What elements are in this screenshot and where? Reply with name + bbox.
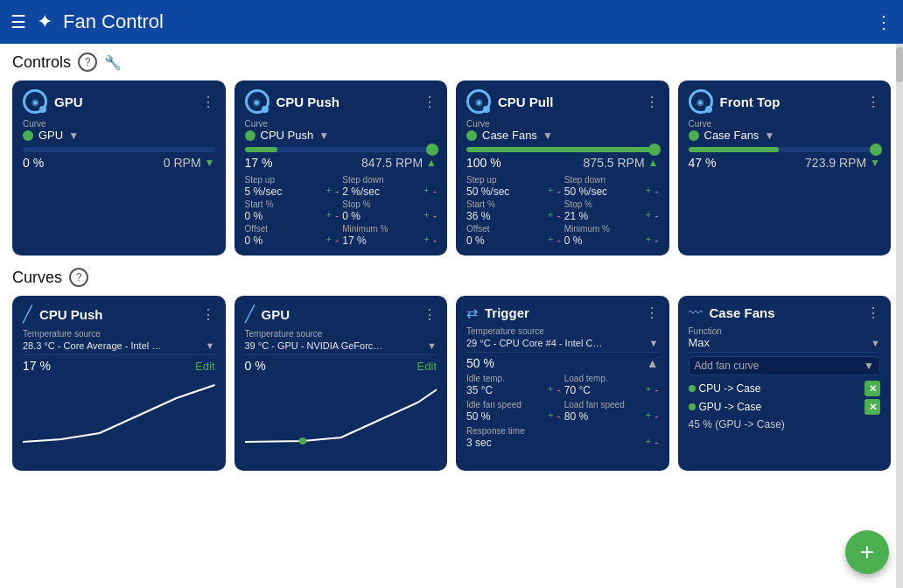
trigger-response-plus[interactable]: + (646, 436, 651, 449)
add-fab-button[interactable]: + (845, 530, 889, 574)
cpu-push-curve-label: Curve (245, 119, 438, 129)
cpu-push-offset-minus[interactable]: - (335, 234, 339, 247)
front-top-slider-track[interactable] (689, 147, 881, 152)
gpu-temp-dropdown[interactable]: ▼ (427, 340, 437, 351)
trigger-temp-dropdown[interactable]: ▼ (649, 338, 659, 348)
gpu-temp-source-val: 39 °C - GPU - NVIDIA GeForce GT) ▼ (245, 340, 438, 355)
gpu-dropdown-icon[interactable]: ▼ (68, 130, 79, 142)
cpu-push-min-plus[interactable]: + (424, 234, 429, 247)
cpu-push-curve-edit-btn[interactable]: Edit (195, 360, 214, 373)
case-fans-function-dropdown[interactable]: ▼ (871, 338, 880, 348)
cpu-push-stepup-val: 5 %/sec + - (245, 185, 340, 198)
cpu-push-stepup-plus[interactable]: + (326, 185, 331, 198)
controls-help-icon[interactable]: ? (78, 52, 97, 72)
header: ☰ ✦ Fan Control ⋮ (0, 0, 903, 44)
trigger-curve-icon: ⇄ (466, 304, 478, 321)
cpu-pull-offset-minus[interactable]: - (556, 234, 560, 247)
cpu-push-start-val: 0 % + - (245, 209, 340, 222)
header-more-icon[interactable]: ⋮ (875, 11, 892, 32)
cpu-push-slider-track[interactable] (245, 147, 438, 152)
cpu-push-card-title: CPU Push (276, 94, 340, 109)
cpu-case-radio (689, 385, 696, 392)
gpu-slider-track[interactable] (23, 147, 215, 152)
cpu-pull-start-val: 36 % + - (466, 209, 561, 222)
cpu-push-stepup-minus[interactable]: - (335, 185, 339, 198)
front-top-more-icon[interactable]: ⋮ (866, 94, 880, 110)
front-top-slider-thumb (870, 144, 882, 156)
curves-help-icon[interactable]: ? (69, 268, 88, 287)
cpu-push-min-minus[interactable]: - (433, 234, 437, 247)
trigger-idle-temp-val: 35 °C + - (466, 383, 561, 396)
fan-entry-cpu-case: CPU -> Case ✕ (689, 381, 881, 396)
trigger-idle-temp-plus[interactable]: + (548, 383, 553, 396)
control-card-cpu-pull: ◉ CPU Pull ⋮ Curve Case Fans ▼ (456, 80, 669, 256)
cpu-pull-stop-minus[interactable]: - (654, 209, 658, 222)
cpu-pull-start-plus[interactable]: + (548, 209, 553, 222)
cpu-pull-stepdown-plus[interactable]: + (646, 185, 651, 198)
cpu-push-curve-icon: ╱ (23, 304, 32, 324)
gpu-curve-pct: 0 % (245, 359, 266, 373)
cpu-pull-stepdown-minus[interactable]: - (654, 185, 658, 198)
menu-icon[interactable]: ☰ (10, 11, 26, 32)
case-fans-curve-card-title: Case Fans (710, 305, 775, 320)
cpu-push-stop-minus[interactable]: - (433, 209, 437, 222)
add-fan-curve-dropdown[interactable]: Add fan curve ▼ (689, 356, 881, 375)
trigger-load-temp-minus[interactable]: - (654, 383, 658, 396)
curve-card-gpu: ╱ GPU ⋮ Temperature source 39 °C - GPU -… (234, 296, 448, 471)
scrollbar[interactable] (896, 44, 903, 588)
cpu-pull-dot (466, 130, 477, 141)
trigger-response-minus[interactable]: - (654, 436, 658, 449)
trigger-load-temp-plus[interactable]: + (646, 383, 651, 396)
trigger-curve-card-title: Trigger (485, 305, 529, 320)
cpu-pull-stepup-minus[interactable]: - (556, 185, 560, 198)
trigger-collapse-btn[interactable]: ▲ (647, 356, 659, 370)
gpu-case-radio (689, 403, 696, 410)
trigger-curve-more-icon[interactable]: ⋮ (645, 304, 659, 321)
cpu-pull-slider-track[interactable] (466, 147, 659, 152)
trigger-idle-temp-minus[interactable]: - (556, 383, 560, 396)
cpu-pull-start-minus[interactable]: - (556, 209, 560, 222)
cpu-push-more-icon[interactable]: ⋮ (423, 94, 437, 110)
cpu-case-label: CPU -> Case (699, 382, 761, 395)
cpu-push-curve-more-icon[interactable]: ⋮ (201, 306, 215, 323)
gpu-curve-more-icon[interactable]: ⋮ (423, 306, 437, 323)
cpu-pull-min-minus[interactable]: - (654, 234, 658, 247)
gpu-curve-edit-btn[interactable]: Edit (417, 360, 437, 373)
cpu-push-stepdown-minus[interactable]: - (433, 185, 437, 198)
cpu-pull-slider-thumb (648, 144, 661, 156)
cpu-pull-start-label: Start % (466, 200, 561, 209)
cpu-pull-dropdown-icon[interactable]: ▼ (542, 130, 553, 142)
gpu-case-remove-btn[interactable]: ✕ (864, 399, 880, 415)
trigger-load-fan-label: Load fan speed (564, 400, 659, 410)
cpu-pull-stepup-val: 50 %/sec + - (466, 185, 561, 198)
cpu-pull-stepdown-val: 50 %/sec + - (564, 185, 659, 198)
trigger-load-fan-minus[interactable]: - (654, 410, 658, 423)
cpu-pull-min-plus[interactable]: + (646, 234, 651, 247)
trigger-idle-fan-plus[interactable]: + (548, 410, 553, 423)
trigger-load-temp-label: Load temp. (564, 374, 659, 383)
cpu-pull-offset-plus[interactable]: + (548, 234, 553, 247)
trigger-temp-source-val: 29 °C - CPU Core #4 - Intel Core ▼ (466, 338, 659, 353)
cpu-push-temp-dropdown[interactable]: ▼ (206, 340, 215, 351)
front-top-dropdown-icon[interactable]: ▼ (764, 130, 774, 142)
cpu-push-start-plus[interactable]: + (326, 209, 331, 222)
cpu-pull-stop-plus[interactable]: + (646, 209, 651, 222)
cpu-pull-stepup-plus[interactable]: + (548, 185, 553, 198)
cpu-push-offset-plus[interactable]: + (326, 234, 331, 247)
trigger-load-fan-plus[interactable]: + (646, 410, 651, 423)
controls-settings-icon[interactable]: 🔧 (104, 54, 122, 71)
cpu-pull-more-icon[interactable]: ⋮ (645, 94, 659, 110)
trigger-idle-fan-minus[interactable]: - (556, 410, 560, 423)
cpu-push-temp-source-label: Temperature source (23, 329, 215, 339)
main-content: Controls ? 🔧 ◉ GPU ⋮ Curve GPU ▼ (0, 44, 903, 588)
cpu-push-start-minus[interactable]: - (335, 209, 339, 222)
cpu-case-remove-btn[interactable]: ✕ (864, 381, 880, 396)
cpu-push-stepdown-plus[interactable]: + (424, 185, 429, 198)
case-fans-curve-more-icon[interactable]: ⋮ (866, 304, 880, 321)
gpu-rpm: 0 RPM ▼ (164, 156, 215, 170)
gpu-more-icon[interactable]: ⋮ (201, 94, 215, 110)
front-top-curve-value: Case Fans (704, 129, 760, 142)
cpu-push-dropdown-icon[interactable]: ▼ (318, 130, 329, 142)
cpu-push-stop-plus[interactable]: + (424, 209, 429, 222)
cpu-pull-gauge-icon: ◉ (466, 89, 491, 114)
